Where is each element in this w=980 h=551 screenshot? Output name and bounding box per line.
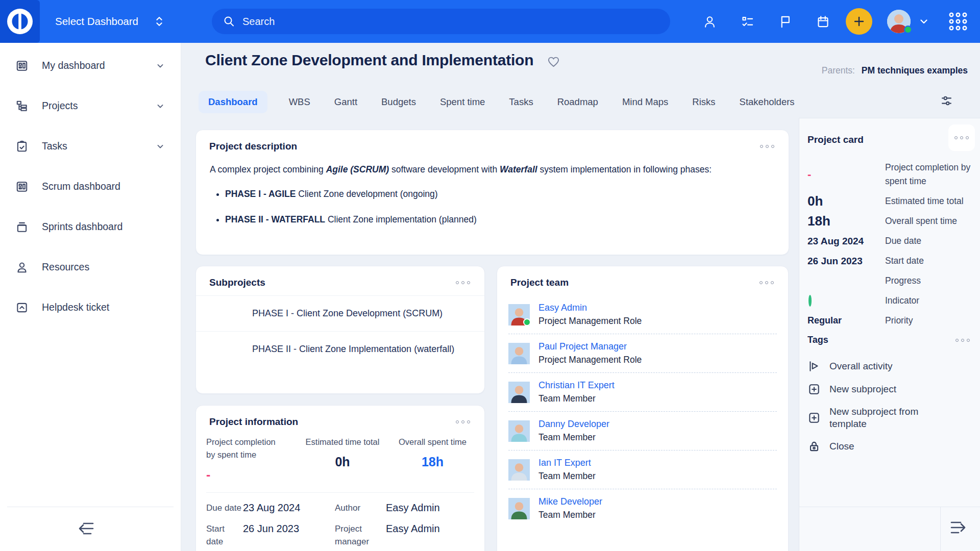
panel-menu-button[interactable]: [454, 418, 472, 425]
chevron-down-icon[interactable]: [155, 101, 165, 111]
field-value: 0h: [807, 193, 885, 209]
sidebar-item-resources[interactable]: Resources: [0, 247, 181, 287]
tab-stakeholders[interactable]: Stakeholders: [737, 91, 797, 113]
sidebar-item-label: Projects: [42, 100, 78, 112]
team-member-row: Christian IT Expert Team Member: [508, 372, 777, 411]
plus-icon: [853, 15, 865, 28]
close-project-button[interactable]: Close: [807, 440, 972, 453]
action-label: New subproject from template: [829, 406, 949, 430]
overall-activity-button[interactable]: Overall activity: [807, 360, 972, 373]
dashboard-icon: [15, 180, 29, 193]
field-label: Due date: [206, 502, 243, 514]
chevron-down-icon[interactable]: [155, 141, 165, 152]
action-label: New subproject: [829, 383, 896, 395]
tab-gantt[interactable]: Gantt: [332, 91, 360, 113]
app-logo[interactable]: [0, 0, 40, 43]
tab-risks[interactable]: Risks: [690, 91, 718, 113]
sidebar-item-label: Scrum dashboard: [42, 181, 120, 192]
sidebar-item-helpdesk-ticket[interactable]: Helpdesk ticket: [0, 287, 181, 328]
plus-square-icon: [807, 411, 821, 424]
field-label: Start date: [206, 522, 243, 548]
parents-link[interactable]: PM techniques examples: [862, 65, 968, 76]
card-field-start-date: 26 Jun 2023 Start date: [807, 251, 972, 271]
stat-value: 0h: [294, 455, 391, 469]
member-name-link[interactable]: Danny Developer: [538, 419, 609, 430]
tab-wbs[interactable]: WBS: [286, 91, 313, 113]
stat-estimated-time: Estimated time total 0h: [294, 436, 391, 482]
chevron-up-down-icon: [154, 15, 165, 28]
member-name-link[interactable]: Mike Developer: [538, 496, 602, 507]
avatar-menu-chevron[interactable]: [918, 15, 930, 28]
online-status-dot: [523, 318, 531, 326]
calendar-icon: [816, 15, 830, 29]
sidebar-item-my-dashboard[interactable]: My dashboard: [0, 45, 181, 86]
apps-grid-icon: [947, 11, 969, 32]
flag-button[interactable]: [773, 0, 797, 43]
field-value: 26 Jun 2023: [243, 522, 335, 535]
member-name-link[interactable]: Easy Admin: [538, 303, 642, 313]
tab-roadmap[interactable]: Roadmap: [555, 91, 601, 113]
field-label: Overall spent time: [885, 211, 972, 231]
description-bullet: PHASE I - AGILE Client Zone development …: [225, 186, 775, 203]
apps-grid-button[interactable]: [947, 11, 969, 32]
user-avatar-button[interactable]: [887, 10, 911, 33]
panel-menu-button[interactable]: [758, 143, 776, 150]
calendar-button[interactable]: [811, 0, 835, 43]
action-label: Overall activity: [829, 360, 893, 372]
page-title-row: Client Zone Development and Implementati…: [205, 52, 560, 69]
card-field-progress: Progress: [807, 271, 972, 291]
subproject-link[interactable]: PHASE I - Client Zone Development (SCRUM…: [196, 295, 484, 331]
card-field-due-date: 23 Aug 2024 Due date: [807, 231, 972, 251]
stat-value: 18h: [391, 455, 474, 469]
collapse-right-sidebar-button[interactable]: [947, 517, 969, 538]
tab-tasks[interactable]: Tasks: [506, 91, 535, 113]
sidebar-item-projects[interactable]: Projects: [0, 86, 181, 126]
member-name-link[interactable]: Christian IT Expert: [538, 380, 615, 391]
member-name-link[interactable]: Paul Project Manager: [538, 341, 642, 352]
tab-dashboard[interactable]: Dashboard: [199, 91, 267, 113]
add-new-button[interactable]: [846, 8, 872, 35]
heart-icon: [547, 55, 560, 68]
favorite-heart-button[interactable]: [547, 55, 560, 68]
field-label: Progress: [885, 271, 972, 291]
subproject-link[interactable]: PHASE II - Client Zone Implementation (w…: [196, 331, 484, 367]
field-label: Project completion by spent time: [885, 158, 972, 191]
panel-menu-button[interactable]: [757, 279, 776, 286]
search-bar[interactable]: [212, 9, 670, 34]
profile-button[interactable]: [697, 0, 722, 43]
easy-project-logo-icon: [7, 8, 33, 35]
page-settings-button[interactable]: [940, 94, 953, 108]
chevron-down-icon[interactable]: [155, 61, 165, 71]
sidebar-item-tasks[interactable]: Tasks: [0, 126, 181, 166]
sidebar-item-sprints-dashboard[interactable]: Sprints dashboard: [0, 207, 181, 247]
select-dashboard-button[interactable]: Select Dashboard: [55, 0, 165, 43]
collapse-left-icon: [76, 518, 97, 539]
dashboard-icon: [15, 59, 29, 72]
new-subproject-button[interactable]: New subproject: [807, 383, 972, 396]
panel-menu-button[interactable]: [454, 279, 472, 286]
member-name-link[interactable]: Ian IT Expert: [538, 458, 596, 468]
team-member-row: Easy Admin Project Management Role: [508, 295, 777, 334]
tasks-checklist-button[interactable]: [735, 0, 760, 43]
sidebar-item-label: My dashboard: [42, 60, 105, 71]
team-member-row: Danny Developer Team Member: [508, 411, 777, 450]
activity-icon: [807, 360, 821, 373]
field-label: Estimated time total: [885, 191, 972, 211]
search-input[interactable]: [242, 16, 630, 28]
field-value: 23 Aug 2024: [243, 502, 335, 514]
field-value: Easy Admin: [386, 522, 474, 535]
plus-square-icon: [807, 383, 821, 396]
field-label: Project manager: [335, 522, 386, 548]
tags-menu-button[interactable]: [953, 337, 972, 344]
member-role: Team Member: [538, 471, 596, 482]
tab-mind-maps[interactable]: Mind Maps: [620, 91, 671, 113]
sidebar-item-scrum-dashboard[interactable]: Scrum dashboard: [0, 166, 181, 207]
new-subproject-from-template-button[interactable]: New subproject from template: [807, 406, 972, 430]
project-card-menu-button[interactable]: [948, 124, 975, 151]
tab-budgets[interactable]: Budgets: [379, 91, 419, 113]
tab-spent-time[interactable]: Spent time: [437, 91, 487, 113]
collapse-sidebar-button[interactable]: [76, 518, 97, 539]
field-value: -: [807, 168, 885, 181]
member-role: Project Management Role: [538, 355, 642, 365]
stat-spent-time: Overall spent time 18h: [391, 436, 474, 482]
